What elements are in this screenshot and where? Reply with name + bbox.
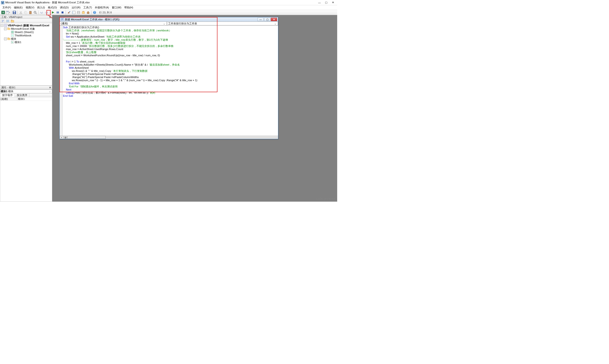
paste-button[interactable] — [28, 10, 33, 15]
tree-module1[interactable]: 模块1 — [0, 40, 52, 44]
tree-module1-label: 模块1 — [15, 40, 21, 44]
svg-rect-37 — [11, 20, 12, 20]
project-panel-title-text: 工程 - VBAProject — [1, 15, 22, 19]
tree-folder-objects[interactable]: − Microsoft Excel 对象 — [0, 27, 52, 30]
svg-rect-18 — [62, 12, 64, 13]
project-panel-close-icon[interactable]: ✕ — [49, 16, 51, 18]
menu-insert[interactable]: 插入(I) — [36, 5, 46, 10]
object-dropdown[interactable]: (通用) ⌄ — [60, 22, 167, 25]
app-title: Microsoft Visual Basic for Applications … — [5, 1, 316, 4]
menu-addins[interactable]: 外接程序(A) — [93, 5, 110, 10]
main-area: 工程 - VBAProject ✕ − VBAProject (新建 Micro… — [0, 15, 337, 202]
code-editor[interactable]: Sub 工作表按行拆分为工作表() '当前工作表（worksheet）按固定行数… — [63, 26, 278, 136]
run-button[interactable] — [51, 10, 55, 15]
save-button[interactable] — [12, 10, 16, 15]
properties-object-combo[interactable]: 模块1 模块 ⌄ — [0, 89, 52, 93]
cut-button[interactable] — [19, 10, 23, 15]
tree-sheet1[interactable]: Sheet1 (Sheet1) — [0, 30, 52, 34]
cursor-position-status: 行 23, 列 8 — [99, 11, 112, 14]
property-key: (名称) — [0, 97, 17, 101]
menubar: 文件(F) 编辑(E) 视图(V) 插入(I) 格式(O) 调试(D) 运行(R… — [0, 5, 337, 10]
project-explorer-button[interactable] — [72, 10, 76, 15]
svg-rect-35 — [7, 20, 9, 22]
undo-button[interactable] — [39, 10, 44, 15]
tab-categorized[interactable]: 按分类序 — [15, 93, 29, 97]
goto-excel-button[interactable]: X — [1, 10, 5, 15]
procedure-dropdown[interactable]: 工作表按行拆分为工作表 ⌄ — [167, 22, 278, 25]
collapse-icon[interactable]: − — [4, 27, 7, 30]
svg-rect-16 — [57, 12, 57, 13]
svg-text:X: X — [2, 11, 4, 14]
code-close-button[interactable]: ✕ — [271, 18, 277, 21]
break-button[interactable] — [56, 10, 60, 15]
toggle-folders-button[interactable] — [10, 19, 15, 23]
code-dropdowns: (通用) ⌄ 工作表按行拆分为工作表 ⌄ — [60, 22, 278, 26]
tree-thisworkbook[interactable]: ThisWorkbook — [0, 34, 52, 37]
reset-button[interactable] — [60, 10, 65, 15]
svg-rect-11 — [25, 12, 27, 14]
vba-app-icon — [1, 1, 4, 4]
copy-button[interactable] — [24, 10, 28, 15]
code-window-icon — [61, 18, 64, 21]
dropdown-icon[interactable]: ⌄ — [48, 90, 52, 93]
tree-folder-modules-label: 模块 — [11, 37, 16, 41]
menu-tools[interactable]: 工具(T) — [82, 5, 93, 10]
procedure-view-button[interactable]: ≡ — [60, 136, 63, 139]
full-module-view-button[interactable]: ▤ — [64, 136, 67, 139]
properties-panel: 属性 - 模块1 ✕ 模块1 模块 ⌄ 按字母序 按分类序 (名称) 模块1 — [0, 86, 52, 202]
help-button[interactable]: ? — [92, 10, 97, 15]
properties-object-name: 模块1 — [1, 90, 7, 93]
menu-view[interactable]: 视图(V) — [24, 5, 36, 10]
dropdown-icon[interactable]: ⌄ — [273, 22, 277, 25]
project-panel-toolbar — [0, 19, 52, 23]
menu-file[interactable]: 文件(F) — [1, 5, 13, 10]
find-button[interactable] — [33, 10, 37, 15]
properties-panel-close-icon[interactable]: ✕ — [49, 86, 51, 89]
tree-root[interactable]: − VBAProject (新建 Microsoft Excel — [0, 24, 52, 27]
code-minimize-button[interactable]: — — [258, 18, 264, 21]
workbook-icon — [11, 34, 14, 37]
design-mode-button[interactable] — [67, 10, 71, 15]
redo-button[interactable] — [44, 10, 49, 15]
code-maximize-button[interactable]: ▢ — [264, 18, 270, 21]
code-margin[interactable] — [60, 26, 63, 136]
minimize-button[interactable]: — — [316, 0, 323, 5]
h-scrollbar-thumb[interactable] — [67, 136, 106, 139]
property-row-name[interactable]: (名称) 模块1 — [0, 97, 52, 101]
menu-edit[interactable]: 编辑(E) — [13, 5, 24, 10]
menu-format[interactable]: 格式(O) — [46, 5, 58, 10]
menu-window[interactable]: 窗口(W) — [110, 5, 123, 10]
separator — [50, 11, 50, 14]
collapse-icon[interactable]: − — [4, 38, 7, 40]
mdi-client-area: 新建 Microsoft Excel 工作表.xlsx - 模块1 (代码) —… — [52, 15, 337, 202]
svg-rect-17 — [58, 12, 59, 13]
maximize-button[interactable]: ▢ — [323, 0, 330, 5]
insert-object-button[interactable]: ▾ — [6, 10, 10, 15]
menu-debug[interactable]: 调试(D) — [58, 5, 70, 10]
property-value[interactable]: 模块1 — [17, 97, 52, 101]
tab-alphabetic[interactable]: 按字母序 — [0, 93, 15, 97]
close-button[interactable]: ✕ — [330, 0, 336, 5]
svg-rect-38 — [4, 24, 7, 27]
properties-window-button[interactable] — [76, 10, 81, 15]
collapse-icon[interactable]: − — [1, 24, 3, 27]
project-tree[interactable]: − VBAProject (新建 Microsoft Excel − Micro… — [0, 23, 52, 86]
view-object-button[interactable] — [5, 19, 10, 23]
code-body: Sub 工作表按行拆分为工作表() '当前工作表（worksheet）按固定行数… — [60, 26, 278, 136]
dropdown-icon[interactable]: ⌄ — [162, 22, 166, 25]
h-scrollbar-track[interactable] — [67, 136, 278, 139]
tree-folder-modules[interactable]: − 模块 — [0, 37, 52, 40]
code-window-titlebar[interactable]: 新建 Microsoft Excel 工作表.xlsx - 模块1 (代码) —… — [60, 17, 278, 22]
menu-run[interactable]: 运行(R) — [70, 5, 82, 10]
toolbox-button[interactable] — [86, 10, 90, 15]
object-dropdown-value: (通用) — [61, 22, 68, 25]
svg-point-14 — [34, 11, 36, 13]
project-icon — [4, 24, 7, 27]
tree-root-label: VBAProject (新建 Microsoft Excel — [8, 24, 49, 27]
properties-grid[interactable]: (名称) 模块1 — [0, 97, 52, 202]
menu-help[interactable]: 帮助(H) — [123, 5, 135, 10]
view-code-button[interactable] — [1, 19, 5, 23]
svg-rect-22 — [77, 11, 80, 14]
svg-rect-4 — [6, 12, 8, 12]
object-browser-button[interactable] — [81, 10, 86, 15]
